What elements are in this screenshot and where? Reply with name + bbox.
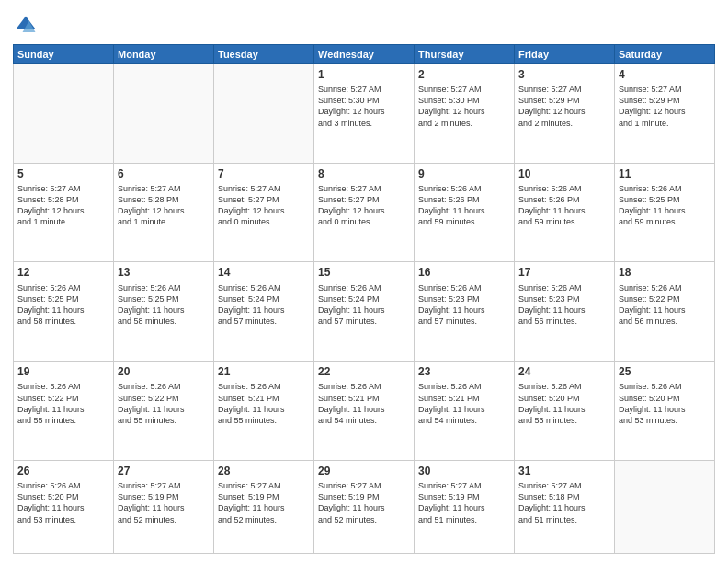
day-number: 4 <box>619 67 711 82</box>
day-number: 10 <box>518 167 610 181</box>
calendar-cell: 16Sunrise: 5:26 AM Sunset: 5:23 PM Dayli… <box>415 262 515 362</box>
day-number: 9 <box>418 167 510 181</box>
cell-content: Sunrise: 5:26 AM Sunset: 5:20 PM Dayligh… <box>518 381 610 426</box>
calendar-cell: 29Sunrise: 5:27 AM Sunset: 5:19 PM Dayli… <box>314 460 415 553</box>
cell-content: Sunrise: 5:27 AM Sunset: 5:30 PM Dayligh… <box>418 84 510 129</box>
cell-content: Sunrise: 5:27 AM Sunset: 5:19 PM Dayligh… <box>118 480 210 525</box>
calendar-cell: 31Sunrise: 5:27 AM Sunset: 5:18 PM Dayli… <box>515 460 615 553</box>
cell-content: Sunrise: 5:27 AM Sunset: 5:29 PM Dayligh… <box>619 84 711 129</box>
cell-content: Sunrise: 5:26 AM Sunset: 5:22 PM Dayligh… <box>17 381 109 426</box>
calendar-dow-tuesday: Tuesday <box>214 45 314 64</box>
calendar-cell: 24Sunrise: 5:26 AM Sunset: 5:20 PM Dayli… <box>515 362 615 461</box>
day-number: 5 <box>17 167 109 181</box>
cell-content: Sunrise: 5:26 AM Sunset: 5:21 PM Dayligh… <box>418 381 510 426</box>
day-number: 3 <box>518 67 610 82</box>
calendar-cell: 1Sunrise: 5:27 AM Sunset: 5:30 PM Daylig… <box>314 64 415 164</box>
cell-content: Sunrise: 5:26 AM Sunset: 5:25 PM Dayligh… <box>17 282 109 327</box>
cell-content: Sunrise: 5:26 AM Sunset: 5:24 PM Dayligh… <box>318 282 410 327</box>
day-number: 25 <box>619 364 711 379</box>
day-number: 20 <box>118 364 210 379</box>
calendar-cell: 12Sunrise: 5:26 AM Sunset: 5:25 PM Dayli… <box>14 262 114 362</box>
calendar-cell <box>214 64 314 164</box>
calendar-cell: 22Sunrise: 5:26 AM Sunset: 5:21 PM Dayli… <box>314 362 415 461</box>
day-number: 23 <box>418 364 510 379</box>
calendar-cell: 25Sunrise: 5:26 AM Sunset: 5:20 PM Dayli… <box>615 362 715 461</box>
cell-content: Sunrise: 5:27 AM Sunset: 5:18 PM Dayligh… <box>518 480 610 525</box>
day-number: 13 <box>118 265 210 280</box>
calendar-cell: 10Sunrise: 5:26 AM Sunset: 5:26 PM Dayli… <box>515 163 615 262</box>
header <box>13 9 715 39</box>
day-number: 2 <box>418 67 510 82</box>
day-number: 30 <box>418 464 510 478</box>
cell-content: Sunrise: 5:26 AM Sunset: 5:23 PM Dayligh… <box>518 282 610 327</box>
calendar-dow-monday: Monday <box>114 45 214 64</box>
calendar-cell: 28Sunrise: 5:27 AM Sunset: 5:19 PM Dayli… <box>214 460 314 553</box>
cell-content: Sunrise: 5:27 AM Sunset: 5:29 PM Dayligh… <box>518 84 610 129</box>
cell-content: Sunrise: 5:26 AM Sunset: 5:21 PM Dayligh… <box>218 381 310 426</box>
calendar-dow-saturday: Saturday <box>615 45 715 64</box>
day-number: 1 <box>318 67 410 82</box>
logo-icon <box>13 13 39 39</box>
calendar-cell: 17Sunrise: 5:26 AM Sunset: 5:23 PM Dayli… <box>515 262 615 362</box>
day-number: 6 <box>118 167 210 181</box>
cell-content: Sunrise: 5:26 AM Sunset: 5:22 PM Dayligh… <box>619 282 711 327</box>
cell-content: Sunrise: 5:26 AM Sunset: 5:25 PM Dayligh… <box>619 183 711 228</box>
day-number: 7 <box>218 167 310 181</box>
cell-content: Sunrise: 5:27 AM Sunset: 5:28 PM Dayligh… <box>118 183 210 228</box>
calendar-dow-thursday: Thursday <box>415 45 515 64</box>
calendar-cell: 15Sunrise: 5:26 AM Sunset: 5:24 PM Dayli… <box>314 262 415 362</box>
page: SundayMondayTuesdayWednesdayThursdayFrid… <box>0 0 728 563</box>
calendar-cell: 4Sunrise: 5:27 AM Sunset: 5:29 PM Daylig… <box>615 64 715 164</box>
cell-content: Sunrise: 5:26 AM Sunset: 5:26 PM Dayligh… <box>518 183 610 228</box>
calendar-table: SundayMondayTuesdayWednesdayThursdayFrid… <box>13 44 715 554</box>
calendar-cell: 11Sunrise: 5:26 AM Sunset: 5:25 PM Dayli… <box>615 163 715 262</box>
calendar-cell: 9Sunrise: 5:26 AM Sunset: 5:26 PM Daylig… <box>415 163 515 262</box>
calendar-cell: 18Sunrise: 5:26 AM Sunset: 5:22 PM Dayli… <box>615 262 715 362</box>
day-number: 14 <box>218 265 310 280</box>
cell-content: Sunrise: 5:27 AM Sunset: 5:19 PM Dayligh… <box>318 480 410 525</box>
cell-content: Sunrise: 5:26 AM Sunset: 5:26 PM Dayligh… <box>418 183 510 228</box>
calendar-cell: 8Sunrise: 5:27 AM Sunset: 5:27 PM Daylig… <box>314 163 415 262</box>
day-number: 27 <box>118 464 210 478</box>
calendar-week-2: 5Sunrise: 5:27 AM Sunset: 5:28 PM Daylig… <box>14 163 715 262</box>
calendar-cell: 14Sunrise: 5:26 AM Sunset: 5:24 PM Dayli… <box>214 262 314 362</box>
cell-content: Sunrise: 5:26 AM Sunset: 5:22 PM Dayligh… <box>118 381 210 426</box>
calendar-cell: 27Sunrise: 5:27 AM Sunset: 5:19 PM Dayli… <box>114 460 214 553</box>
calendar-cell: 19Sunrise: 5:26 AM Sunset: 5:22 PM Dayli… <box>14 362 114 461</box>
day-number: 31 <box>518 464 610 478</box>
cell-content: Sunrise: 5:26 AM Sunset: 5:23 PM Dayligh… <box>418 282 510 327</box>
day-number: 8 <box>318 167 410 181</box>
calendar-cell <box>114 64 214 164</box>
calendar-week-3: 12Sunrise: 5:26 AM Sunset: 5:25 PM Dayli… <box>14 262 715 362</box>
calendar-cell: 6Sunrise: 5:27 AM Sunset: 5:28 PM Daylig… <box>114 163 214 262</box>
calendar-cell: 2Sunrise: 5:27 AM Sunset: 5:30 PM Daylig… <box>415 64 515 164</box>
calendar-cell: 5Sunrise: 5:27 AM Sunset: 5:28 PM Daylig… <box>14 163 114 262</box>
calendar-cell <box>615 460 715 553</box>
calendar-dow-wednesday: Wednesday <box>314 45 415 64</box>
day-number: 11 <box>619 167 711 181</box>
cell-content: Sunrise: 5:27 AM Sunset: 5:19 PM Dayligh… <box>218 480 310 525</box>
day-number: 16 <box>418 265 510 280</box>
cell-content: Sunrise: 5:26 AM Sunset: 5:24 PM Dayligh… <box>218 282 310 327</box>
cell-content: Sunrise: 5:27 AM Sunset: 5:27 PM Dayligh… <box>218 183 310 228</box>
day-number: 26 <box>17 464 109 478</box>
day-number: 15 <box>318 265 410 280</box>
day-number: 24 <box>518 364 610 379</box>
calendar-cell: 26Sunrise: 5:26 AM Sunset: 5:20 PM Dayli… <box>14 460 114 553</box>
logo <box>13 13 42 39</box>
calendar-dow-sunday: Sunday <box>14 45 114 64</box>
calendar-cell: 23Sunrise: 5:26 AM Sunset: 5:21 PM Dayli… <box>415 362 515 461</box>
calendar-header-row: SundayMondayTuesdayWednesdayThursdayFrid… <box>14 45 715 64</box>
calendar-cell: 3Sunrise: 5:27 AM Sunset: 5:29 PM Daylig… <box>515 64 615 164</box>
calendar-cell <box>14 64 114 164</box>
day-number: 22 <box>318 364 410 379</box>
calendar-week-4: 19Sunrise: 5:26 AM Sunset: 5:22 PM Dayli… <box>14 362 715 461</box>
calendar-cell: 30Sunrise: 5:27 AM Sunset: 5:19 PM Dayli… <box>415 460 515 553</box>
cell-content: Sunrise: 5:27 AM Sunset: 5:19 PM Dayligh… <box>418 480 510 525</box>
day-number: 21 <box>218 364 310 379</box>
calendar-week-5: 26Sunrise: 5:26 AM Sunset: 5:20 PM Dayli… <box>14 460 715 553</box>
calendar-cell: 13Sunrise: 5:26 AM Sunset: 5:25 PM Dayli… <box>114 262 214 362</box>
day-number: 28 <box>218 464 310 478</box>
day-number: 17 <box>518 265 610 280</box>
day-number: 29 <box>318 464 410 478</box>
